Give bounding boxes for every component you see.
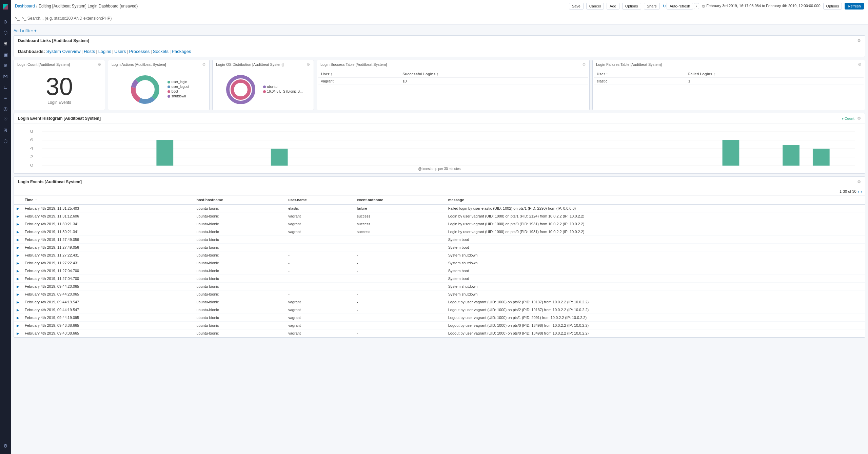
- login-success-gear[interactable]: ⚙: [582, 62, 586, 67]
- options2-button[interactable]: Options: [823, 3, 842, 10]
- login-actions-body: user_login user_logout boot shutdow: [108, 69, 209, 110]
- login-count-label: Login Events: [47, 100, 71, 105]
- row-expand[interactable]: ▶: [14, 228, 22, 236]
- cell-time: February 4th 2019, 09:44:19.547: [22, 306, 194, 314]
- link-sockets[interactable]: Sockets: [153, 49, 169, 54]
- cell-username: -: [285, 251, 354, 259]
- refresh-button[interactable]: Refresh: [845, 3, 864, 10]
- login-count-gear[interactable]: ⚙: [98, 62, 101, 67]
- link-packages[interactable]: Packages: [172, 49, 191, 54]
- row-expand[interactable]: ▶: [14, 298, 22, 306]
- row-expand[interactable]: ▶: [14, 204, 22, 212]
- autorefresh-button[interactable]: Auto-refresh: [667, 3, 693, 10]
- sidebar-icon-dashboard[interactable]: ⊞: [1, 39, 10, 48]
- cancel-button[interactable]: Cancel: [586, 3, 604, 10]
- cell-outcome: success: [354, 228, 446, 236]
- sidebar-icon-logs[interactable]: ≡: [1, 93, 10, 102]
- viz-row-1: Login Count [Auditbeat System] ⚙ 30 Logi…: [14, 60, 865, 110]
- row-expand[interactable]: ▶: [14, 322, 22, 329]
- link-users[interactable]: Users: [114, 49, 126, 54]
- pagination-prev[interactable]: ‹: [858, 189, 860, 194]
- histogram-panel: Login Event Histogram [Auditbeat System]…: [14, 113, 865, 174]
- login-os-gear[interactable]: ⚙: [307, 62, 310, 67]
- time-prev-button[interactable]: ‹: [694, 3, 699, 9]
- row-expand[interactable]: ▶: [14, 212, 22, 220]
- row-expand[interactable]: ▶: [14, 275, 22, 283]
- cell-time: February 4th 2019, 11:27:04.700: [22, 267, 194, 275]
- searchbar: >_: [11, 12, 868, 24]
- row-expand[interactable]: ▶: [14, 290, 22, 298]
- svg-text:09:00: 09:00: [790, 167, 805, 167]
- login-actions-gear[interactable]: ⚙: [202, 62, 206, 67]
- histogram-gear[interactable]: ⚙: [857, 116, 861, 121]
- svg-text:21:00: 21:00: [212, 167, 227, 167]
- breadcrumb: Dashboard / Editing [Auditbeat System] L…: [15, 4, 569, 8]
- dashboard-links-list: Dashboards: System Overview | Hosts | Lo…: [18, 49, 861, 54]
- search-input[interactable]: [22, 16, 864, 21]
- row-expand[interactable]: ▶: [14, 267, 22, 275]
- row-expand[interactable]: ▶: [14, 220, 22, 228]
- table-row: elastic 1: [594, 78, 864, 85]
- link-system-overview[interactable]: System Overview: [46, 49, 80, 54]
- save-button[interactable]: Save: [569, 3, 584, 10]
- login-success-body: User ↑ Successful Logins ↑ vagrant 10: [317, 69, 589, 110]
- histogram-svg: 0 2 4 6 8 18:00: [18, 127, 861, 167]
- share-button[interactable]: Share: [644, 3, 660, 10]
- pagination-next[interactable]: ›: [861, 189, 862, 194]
- add-button[interactable]: Add: [607, 3, 619, 10]
- col-user-fail[interactable]: User ↑: [594, 71, 686, 78]
- col-user[interactable]: User ↑: [318, 71, 400, 78]
- row-expand[interactable]: ▶: [14, 236, 22, 244]
- dashboard-links-gear[interactable]: ⚙: [857, 38, 861, 43]
- sidebar-icon-siem[interactable]: ⛨: [1, 126, 10, 135]
- events-table-title: Login Events [Auditbeat System]: [18, 179, 82, 184]
- pagination-text: 1-30 of 30: [840, 189, 856, 193]
- cell-username: vagrant: [285, 322, 354, 329]
- sidebar-icon-infra[interactable]: ⊏: [1, 82, 10, 92]
- cell-username: vagrant: [285, 306, 354, 314]
- login-os-donut-container: ubuntu 16.04.5 LTS (Bionic B...: [224, 73, 303, 107]
- sidebar-icon-visualize[interactable]: ⬡: [1, 28, 10, 37]
- col-successful-logins[interactable]: Successful Logins ↑: [400, 71, 588, 78]
- login-actions-title: Login Actions [Auditbeat System]: [112, 62, 166, 67]
- row-expand[interactable]: ▶: [14, 314, 22, 322]
- login-failures-gear[interactable]: ⚙: [858, 62, 862, 67]
- col-message[interactable]: message: [446, 196, 865, 204]
- table-row: ▶ February 4th 2019, 09:44:20.065 ubuntu…: [14, 283, 865, 290]
- pagination: 1-30 of 30 ‹ ›: [14, 187, 865, 196]
- col-outcome[interactable]: event.outcome: [354, 196, 446, 204]
- row-expand[interactable]: ▶: [14, 329, 22, 337]
- link-processes[interactable]: Processes: [129, 49, 150, 54]
- link-logins[interactable]: Logins: [98, 49, 111, 54]
- sidebar-icon-discover[interactable]: ⊙: [1, 17, 10, 26]
- col-time[interactable]: Time ↑: [22, 196, 194, 204]
- sidebar-icon-canvas[interactable]: ▣: [1, 50, 10, 59]
- time-range[interactable]: ◷ February 3rd 2019, 16:17:08.984 to Feb…: [702, 4, 820, 8]
- events-table-gear[interactable]: ⚙: [857, 179, 861, 184]
- row-expand[interactable]: ▶: [14, 244, 22, 251]
- add-filter-button[interactable]: Add a filter +: [14, 29, 37, 33]
- sidebar-icon-graph[interactable]: ⬡: [1, 136, 10, 146]
- row-expand[interactable]: ▶: [14, 306, 22, 314]
- row-expand[interactable]: ▶: [14, 283, 22, 290]
- cell-time: February 4th 2019, 09:44:19.095: [22, 314, 194, 322]
- col-hostname[interactable]: host.hostname: [194, 196, 285, 204]
- login-os-header: Login OS Distribution [Auditbeat System]…: [213, 60, 314, 69]
- sidebar-icon-apm[interactable]: ◎: [1, 104, 10, 113]
- options-button[interactable]: Options: [622, 3, 641, 10]
- cell-hostname: ubuntu-bionic: [194, 204, 285, 212]
- link-hosts[interactable]: Hosts: [84, 49, 95, 54]
- cell-message: Login by user vagrant (UID: 1000) on pts…: [446, 228, 865, 236]
- sidebar-icon-uptime[interactable]: ♡: [1, 115, 10, 124]
- col-failed-logins[interactable]: Failed Logins ↑: [686, 71, 864, 78]
- login-failures-table: User ↑ Failed Logins ↑ elastic 1: [594, 71, 864, 85]
- col-username[interactable]: user.name: [285, 196, 354, 204]
- breadcrumb-home[interactable]: Dashboard: [15, 4, 35, 8]
- sidebar-icon-ml[interactable]: ⋈: [1, 71, 10, 81]
- cell-outcome: -: [354, 275, 446, 283]
- row-expand[interactable]: ▶: [14, 259, 22, 267]
- sidebar-icon-maps[interactable]: ⊕: [1, 60, 10, 70]
- row-expand[interactable]: ▶: [14, 251, 22, 259]
- login-actions-legend: user_login user_logout boot shutdow: [167, 80, 189, 99]
- events-table: Time ↑ host.hostname user.name event.out…: [14, 196, 865, 337]
